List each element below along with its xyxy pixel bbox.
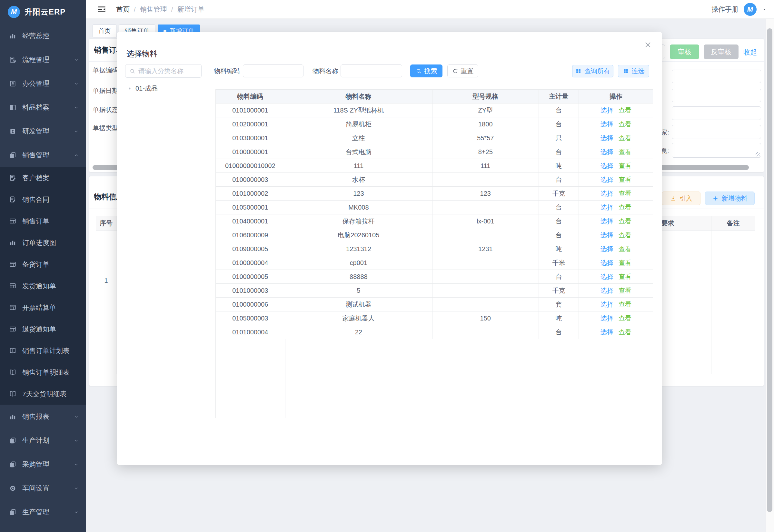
sidebar-item-2[interactable]: 办公管理 [0, 72, 86, 95]
sidebar-item-4[interactable]: 研发管理 [0, 119, 86, 143]
chevron-down-icon [74, 462, 79, 467]
sidebar-item-8[interactable]: 采购管理 [0, 452, 86, 476]
manual-link[interactable]: 操作手册 [711, 5, 739, 14]
view-link[interactable]: 查看 [619, 148, 631, 156]
select-link[interactable]: 选择 [600, 259, 613, 267]
sidebar-item-11[interactable]: 加工车间 [0, 524, 86, 532]
select-link[interactable]: 选择 [600, 120, 613, 129]
query-all-button[interactable]: 查询所有 [572, 65, 613, 77]
select-link[interactable]: 选择 [600, 245, 613, 253]
resize-handle[interactable] [756, 152, 760, 156]
sidebar-subitem-10[interactable]: 7天交货明细表 [0, 383, 86, 405]
view-link[interactable]: 查看 [619, 259, 631, 267]
sidebar-subitem-1[interactable]: 销售合同 [0, 189, 86, 210]
table-row: 0102000001简易机柜1800台选择查看 [216, 117, 653, 131]
sidebar-subitem-7[interactable]: 退货通知单 [0, 318, 86, 340]
avatar[interactable]: M [744, 3, 757, 16]
caret-down-icon[interactable] [762, 7, 767, 12]
sidebar-subitem-2[interactable]: 销售订单 [0, 210, 86, 232]
multi-select-button[interactable]: 连选 [618, 65, 649, 77]
sidebar-subitem-5[interactable]: 发货通知单 [0, 275, 86, 297]
sidebar-item-6[interactable]: 销售报表 [0, 405, 86, 429]
add-material-button[interactable]: 新增物料 [705, 192, 755, 205]
tab-0[interactable]: 首页 [93, 25, 116, 37]
sidebar-item-label: 销售订单 [22, 217, 49, 226]
breadcrumb-item-2[interactable]: 新增订单 [177, 5, 204, 14]
view-link[interactable]: 查看 [619, 245, 631, 253]
order-textarea-info[interactable] [672, 143, 761, 158]
order-input-3[interactable] [672, 106, 761, 120]
view-link[interactable]: 查看 [619, 314, 631, 323]
sidebar-item-9[interactable]: 车间设置 [0, 476, 86, 500]
sidebar-item-3[interactable]: 料品档案 [0, 95, 86, 119]
select-link[interactable]: 选择 [600, 231, 613, 240]
breadcrumb-separator: / [171, 5, 173, 13]
reset-button[interactable]: 重置 [447, 64, 478, 77]
sidebar-item-7[interactable]: 生产计划 [0, 429, 86, 452]
select-link[interactable]: 选择 [600, 328, 613, 337]
material-code-input[interactable] [243, 64, 303, 77]
select-link[interactable]: 选择 [600, 134, 613, 143]
sidebar-subitem-8[interactable]: 销售订单计划表 [0, 340, 86, 361]
sidebar-subitem-3[interactable]: 订单进度图 [0, 232, 86, 253]
cell-spec [432, 298, 539, 311]
select-link[interactable]: 选择 [600, 217, 613, 226]
unaudit-button[interactable]: 反审核 [704, 44, 739, 59]
close-icon[interactable] [644, 41, 653, 50]
collapse-menu-icon[interactable] [97, 5, 106, 14]
select-link[interactable]: 选择 [600, 189, 613, 198]
breadcrumb-item-1[interactable]: 销售管理 [140, 5, 167, 14]
cell-code: 01000000010002 [216, 159, 285, 172]
view-link[interactable]: 查看 [619, 328, 631, 337]
sidebar-item-0[interactable]: 经营总控 [0, 24, 86, 48]
sidebar-item-10[interactable]: 生产管理 [0, 500, 86, 524]
sidebar-item-label: 经营总控 [22, 31, 49, 40]
view-link[interactable]: 查看 [619, 231, 631, 240]
vertical-scrollbar[interactable] [767, 28, 772, 512]
view-link[interactable]: 查看 [619, 134, 631, 143]
select-link[interactable]: 选择 [600, 162, 613, 170]
query-all-button-label: 查询所有 [584, 67, 610, 75]
sidebar-subitem-9[interactable]: 销售订单明细表 [0, 361, 86, 383]
select-link[interactable]: 选择 [600, 148, 613, 156]
view-link[interactable]: 查看 [619, 120, 631, 129]
view-link[interactable]: 查看 [619, 272, 631, 281]
select-link[interactable]: 选择 [600, 272, 613, 281]
collapse-link[interactable]: 收起 [743, 48, 757, 57]
sidebar-subitem-6[interactable]: 开票结算单 [0, 297, 86, 318]
import-button[interactable]: 引入 [662, 192, 700, 205]
view-link[interactable]: 查看 [619, 106, 631, 115]
order-input-vendor[interactable] [672, 125, 761, 139]
search-icon [416, 68, 422, 74]
view-link[interactable]: 查看 [619, 162, 631, 170]
audit-button[interactable]: 审核 [670, 44, 699, 59]
select-link[interactable]: 选择 [600, 106, 613, 115]
sidebar-item-1[interactable]: 流程管理 [0, 48, 86, 72]
category-search-input[interactable]: 请输入分类名称 [125, 64, 202, 78]
order-input-2[interactable] [672, 89, 761, 102]
view-link[interactable]: 查看 [619, 189, 631, 198]
view-link[interactable]: 查看 [619, 203, 631, 212]
cell-actions: 选择查看 [579, 298, 653, 311]
select-link[interactable]: 选择 [600, 203, 613, 212]
sidebar-item-label: 采购管理 [22, 460, 49, 469]
material-name-input[interactable] [341, 64, 402, 77]
select-link[interactable]: 选择 [600, 314, 613, 323]
view-link[interactable]: 查看 [619, 175, 631, 184]
select-link[interactable]: 选择 [600, 175, 613, 184]
order-input-1[interactable] [672, 70, 761, 83]
tree-node-finished-goods[interactable]: 01-成品 [127, 84, 158, 93]
view-link[interactable]: 查看 [619, 217, 631, 226]
sidebar-subitem-4[interactable]: 备货订单 [0, 253, 86, 275]
cell-unit: 台 [539, 214, 579, 228]
sidebar-item-5[interactable]: 销售管理 [0, 143, 86, 167]
cell-spec: 111 [432, 159, 539, 172]
select-link[interactable]: 选择 [600, 286, 613, 295]
sidebar-subitem-0[interactable]: 客户档案 [0, 167, 86, 189]
view-link[interactable]: 查看 [619, 286, 631, 295]
select-link[interactable]: 选择 [600, 300, 613, 309]
view-link[interactable]: 查看 [619, 300, 631, 309]
search-button[interactable]: 搜索 [410, 64, 442, 77]
materials-icon [9, 104, 16, 111]
breadcrumb-item-0[interactable]: 首页 [116, 5, 130, 14]
